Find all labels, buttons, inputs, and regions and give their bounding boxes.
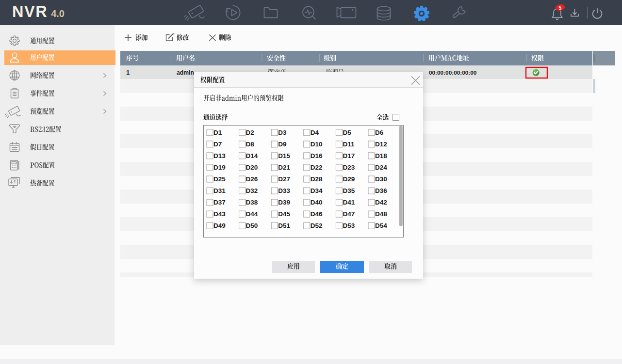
svg-text:D25: D25 — [213, 175, 226, 183]
svg-text:D49: D49 — [213, 222, 226, 229]
svg-text:D37: D37 — [213, 199, 226, 206]
svg-text:D39: D39 — [278, 199, 290, 206]
svg-text:D16: D16 — [311, 152, 323, 159]
svg-text:D42: D42 — [375, 199, 387, 206]
svg-text:D30: D30 — [375, 175, 387, 183]
svg-text:D53: D53 — [343, 222, 355, 229]
svg-text:D43: D43 — [213, 210, 226, 218]
svg-text:D1: D1 — [213, 129, 222, 136]
svg-text:D51: D51 — [278, 222, 290, 229]
svg-text:D9: D9 — [278, 141, 286, 148]
svg-text:D7: D7 — [213, 141, 222, 148]
svg-text:D47: D47 — [343, 210, 355, 218]
svg-text:D20: D20 — [246, 164, 258, 171]
svg-text:D24: D24 — [375, 164, 387, 171]
svg-text:D6: D6 — [375, 129, 384, 136]
svg-text:D52: D52 — [311, 222, 323, 229]
svg-text:D18: D18 — [375, 152, 387, 159]
svg-text:D8: D8 — [246, 141, 255, 148]
svg-text:D38: D38 — [246, 199, 258, 206]
svg-text:D15: D15 — [278, 152, 290, 159]
svg-text:D32: D32 — [246, 187, 258, 194]
svg-text:D36: D36 — [375, 187, 387, 194]
svg-text:D3: D3 — [278, 129, 287, 136]
svg-text:D19: D19 — [213, 164, 226, 171]
svg-text:D33: D33 — [278, 187, 290, 194]
svg-text:D28: D28 — [311, 175, 323, 183]
svg-text:D45: D45 — [278, 210, 290, 218]
svg-text:D35: D35 — [343, 187, 355, 194]
svg-text:D12: D12 — [375, 141, 387, 148]
svg-text:D54: D54 — [375, 222, 387, 229]
svg-text:D26: D26 — [246, 175, 258, 183]
svg-text:D27: D27 — [278, 175, 290, 183]
svg-text:D11: D11 — [343, 141, 355, 148]
svg-text:D4: D4 — [311, 129, 319, 136]
svg-text:D2: D2 — [246, 129, 254, 136]
svg-text:D40: D40 — [311, 199, 323, 206]
svg-text:D13: D13 — [213, 152, 226, 159]
svg-text:D23: D23 — [343, 164, 355, 171]
svg-text:D41: D41 — [343, 199, 355, 206]
svg-text:D31: D31 — [213, 187, 226, 194]
svg-text:D22: D22 — [311, 164, 323, 171]
svg-text:D48: D48 — [375, 210, 387, 218]
svg-text:D14: D14 — [246, 152, 258, 159]
svg-text:D17: D17 — [343, 152, 355, 159]
svg-text:D44: D44 — [246, 210, 258, 218]
svg-text:D29: D29 — [343, 175, 355, 183]
svg-text:D10: D10 — [311, 141, 323, 148]
svg-text:D50: D50 — [246, 222, 258, 229]
svg-text:D46: D46 — [311, 210, 323, 218]
svg-text:D5: D5 — [343, 129, 351, 136]
svg-text:D21: D21 — [278, 164, 290, 171]
svg-text:D34: D34 — [311, 187, 323, 194]
